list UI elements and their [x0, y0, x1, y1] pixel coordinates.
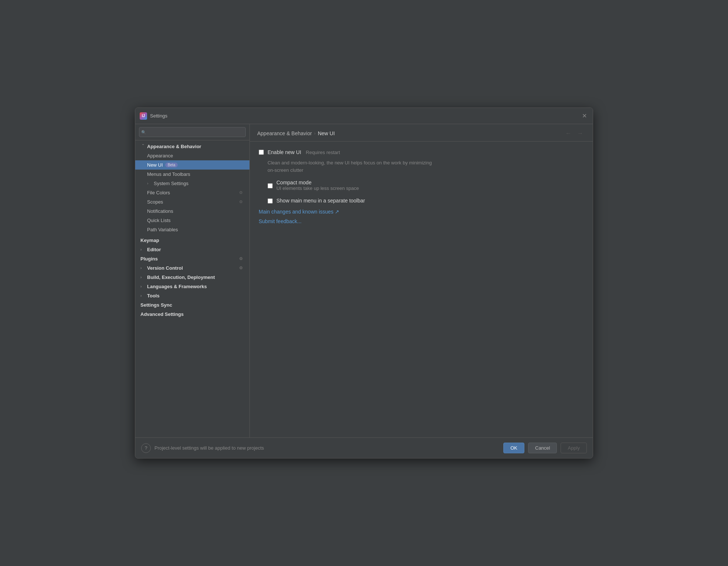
new-ui-badge: Beta [165, 163, 178, 167]
enable-new-ui-note: Requires restart [306, 150, 340, 155]
chevron-icon: › [140, 284, 146, 289]
sidebar-item-quick-lists[interactable]: Quick Lists [135, 216, 249, 225]
sidebar-item-new-ui[interactable]: New UI Beta [135, 160, 249, 170]
sidebar-item-build[interactable]: › Build, Execution, Deployment [135, 273, 249, 282]
main-changes-link[interactable]: Main changes and known issues ↗ [259, 209, 584, 215]
panel-body: Enable new UI Requires restart Clean and… [250, 142, 593, 437]
sidebar-item-menus-toolbars[interactable]: Menus and Toolbars [135, 170, 249, 179]
back-arrow[interactable]: ← [563, 129, 574, 137]
chevron-icon: › [141, 144, 145, 149]
separate-toolbar-checkbox[interactable] [268, 198, 273, 204]
nav-arrows: ← → [563, 129, 585, 137]
settings-icon: ⚙ [239, 266, 246, 271]
sidebar-item-tools[interactable]: › Tools [135, 291, 249, 300]
chevron-icon: › [147, 181, 152, 185]
sidebar-item-appearance-behavior[interactable]: › Appearance & Behavior [135, 142, 249, 151]
enable-new-ui-description: Clean and modern-looking, the new UI hel… [268, 159, 584, 174]
breadcrumb: Appearance & Behavior › New UI [257, 130, 335, 136]
sidebar-item-languages[interactable]: › Languages & Frameworks [135, 282, 249, 291]
settings-icon: ⚙ [239, 190, 246, 195]
breadcrumb-parent: Appearance & Behavior [257, 130, 312, 136]
ok-button[interactable]: OK [503, 443, 524, 453]
bottom-note: Project-level settings will be applied t… [154, 445, 500, 451]
sidebar-item-file-colors[interactable]: File Colors ⚙ [135, 188, 249, 197]
apply-button[interactable]: Apply [561, 443, 587, 453]
enable-new-ui-checkbox[interactable] [259, 150, 264, 155]
compact-mode-row: Compact mode UI elements take up less sc… [268, 180, 584, 191]
forward-arrow[interactable]: → [575, 129, 585, 137]
chevron-icon: › [140, 275, 146, 279]
nav-tree: › Appearance & Behavior Appearance New U… [135, 140, 249, 437]
sidebar-item-system-settings[interactable]: › System Settings [135, 179, 249, 188]
sidebar-item-appearance[interactable]: Appearance [135, 151, 249, 160]
chevron-icon: › [140, 248, 146, 252]
breadcrumb-current: New UI [318, 130, 335, 136]
settings-dialog: IJ Settings ✕ › Appearance & Behavior [135, 108, 593, 458]
sidebar-item-advanced-settings[interactable]: Advanced Settings [135, 310, 249, 319]
sidebar-item-version-control[interactable]: › Version Control ⚙ [135, 263, 249, 273]
enable-new-ui-label: Enable new UI [268, 149, 301, 155]
sidebar-item-editor[interactable]: › Editor [135, 245, 249, 254]
links-section: Main changes and known issues ↗ Submit f… [259, 209, 584, 224]
enable-new-ui-row: Enable new UI Requires restart [259, 149, 584, 156]
help-button[interactable]: ? [141, 443, 151, 453]
bottom-bar: ? Project-level settings will be applied… [135, 437, 593, 458]
window-title: Settings [150, 113, 581, 119]
sidebar-item-plugins[interactable]: Plugins ⚙ [135, 254, 249, 263]
compact-mode-checkbox[interactable] [268, 183, 273, 188]
right-panel: Appearance & Behavior › New UI ← → Enabl… [250, 124, 593, 437]
separate-toolbar-row: Show main menu in a separate toolbar [268, 198, 584, 204]
settings-icon: ⚙ [239, 256, 246, 262]
breadcrumb-separator: › [314, 131, 316, 136]
sidebar-item-notifications[interactable]: Notifications [135, 207, 249, 216]
search-input[interactable] [139, 127, 246, 137]
main-content: › Appearance & Behavior Appearance New U… [135, 124, 593, 437]
compact-mode-label: Compact mode [276, 180, 359, 185]
search-wrap [139, 127, 246, 137]
sidebar-item-path-variables[interactable]: Path Variables [135, 225, 249, 234]
cancel-button[interactable]: Cancel [528, 443, 557, 453]
sidebar-item-settings-sync[interactable]: Settings Sync [135, 300, 249, 310]
chevron-icon: › [140, 266, 146, 270]
settings-icon: ⚙ [239, 200, 246, 205]
sub-settings: Compact mode UI elements take up less sc… [268, 180, 584, 204]
sidebar-item-keymap[interactable]: Keymap [135, 236, 249, 245]
title-bar: IJ Settings ✕ [135, 108, 593, 124]
app-icon: IJ [140, 112, 147, 120]
sidebar: › Appearance & Behavior Appearance New U… [135, 124, 250, 437]
panel-header: Appearance & Behavior › New UI ← → [250, 124, 593, 142]
compact-mode-description: UI elements take up less screen space [276, 185, 359, 191]
close-button[interactable]: ✕ [581, 112, 588, 120]
separate-toolbar-label: Show main menu in a separate toolbar [276, 198, 365, 204]
search-bar [135, 124, 249, 140]
sidebar-item-scopes[interactable]: Scopes ⚙ [135, 197, 249, 207]
compact-mode-label-wrap: Compact mode UI elements take up less sc… [276, 180, 359, 191]
chevron-icon: › [140, 294, 146, 298]
submit-feedback-link[interactable]: Submit feedback... [259, 218, 584, 224]
enable-new-ui-label-wrap: Enable new UI Requires restart [268, 149, 340, 156]
